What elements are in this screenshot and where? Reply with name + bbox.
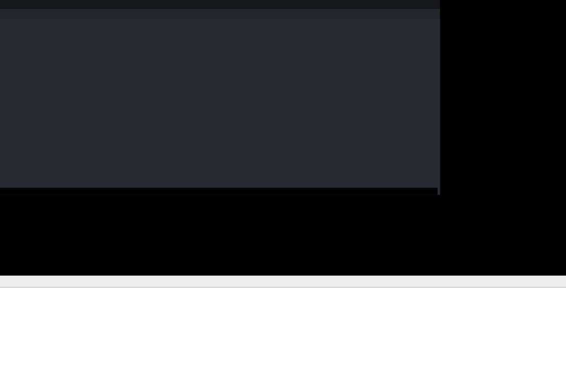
stats-panel-menubar — [0, 9, 440, 19]
panel-divider-band — [0, 276, 566, 287]
stats-total-row — [0, 188, 438, 195]
equity-curve-chart — [0, 19, 440, 71]
daily-stats-table — [0, 71, 440, 188]
stats-panel-titlebar[interactable] — [0, 0, 440, 9]
trade-list-table — [0, 287, 566, 392]
mtdriver-stats-panel — [0, 0, 440, 195]
trading-terminal-window — [0, 0, 566, 392]
